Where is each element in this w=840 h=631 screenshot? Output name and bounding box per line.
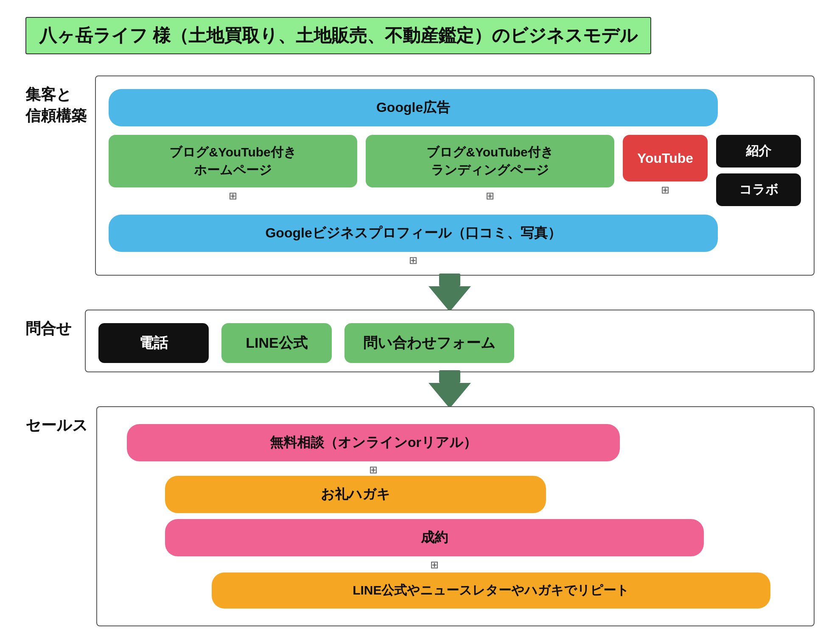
line-button[interactable]: LINE公式 xyxy=(221,323,332,363)
google-ad-button[interactable]: Google広告 xyxy=(109,89,718,126)
shokai-button[interactable]: 紹介 xyxy=(716,135,801,168)
seiyaku-button[interactable]: 成約 xyxy=(165,519,704,556)
blog-hp-plus-icon: ⊞ xyxy=(109,190,357,202)
arrow-1 xyxy=(85,276,815,310)
orei-button[interactable]: お礼ハガキ xyxy=(165,476,546,513)
section-label-toiawase: 問合せ xyxy=(25,310,85,339)
form-button[interactable]: 問い合わせフォーム xyxy=(344,323,514,363)
seiyaku-plus-icon: ⊞ xyxy=(165,559,704,571)
muryou-button[interactable]: 無料相談（オンラインorリアル） xyxy=(127,424,620,461)
tel-button[interactable]: 電話 xyxy=(98,323,209,363)
page-title: 八ヶ岳ライフ 様（土地買取り、土地販売、不動産鑑定）のビジネスモデル xyxy=(39,25,638,45)
blog-hp-button[interactable]: ブログ&YouTube付き ホームページ xyxy=(109,135,357,187)
arrow-2 xyxy=(85,372,815,406)
section-label-shukyaku: 集客と信頼構築 xyxy=(25,75,95,127)
blog-lp-button[interactable]: ブログ&YouTube付き ランディングページ xyxy=(366,135,614,187)
page-title-container: 八ヶ岳ライフ 様（土地買取り、土地販売、不動産鑑定）のビジネスモデル xyxy=(25,17,651,54)
google-business-button[interactable]: Googleビジネスプロフィール（口コミ、写真） xyxy=(109,215,718,252)
muryou-plus-icon: ⊞ xyxy=(127,464,620,476)
section-box-shukyaku: Google広告 ブログ&YouTube付き ホームページ ⊞ ブログ&YouT… xyxy=(95,75,815,276)
section-shukyaku: 集客と信頼構築 Google広告 ブログ&YouTube付き ホームページ ⊞ xyxy=(25,75,815,276)
section-box-toiawase: 電話 LINE公式 問い合わせフォーム xyxy=(85,310,815,372)
section-toiawase: 問合せ 電話 LINE公式 問い合わせフォーム xyxy=(25,310,815,372)
section-box-sales: 無料相談（オンラインorリアル） ⊞ お礼ハガキ 成約 ⊞ LINE公式やニュー… xyxy=(96,406,815,626)
section-label-sales: セールス xyxy=(25,406,96,436)
blog-lp-plus-icon: ⊞ xyxy=(366,190,614,202)
repeat-button[interactable]: LINE公式やニュースレターやハガキでリピート xyxy=(212,572,770,609)
youtube-button[interactable]: YouTube xyxy=(623,135,708,181)
google-business-plus-icon: ⊞ xyxy=(109,254,718,266)
korabo-button[interactable]: コラボ xyxy=(716,173,801,206)
section-sales: セールス 無料相談（オンラインorリアル） ⊞ お礼ハガキ 成約 ⊞ LINE公… xyxy=(25,406,815,626)
youtube-plus-icon: ⊞ xyxy=(623,184,708,196)
